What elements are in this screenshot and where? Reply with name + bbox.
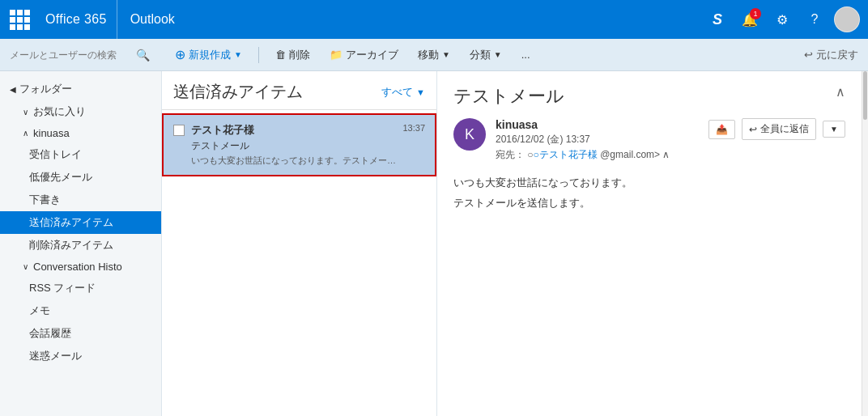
more-button[interactable]: ...	[515, 45, 537, 64]
nav-icon-group: S 🔔 1 ⚙ ?	[703, 5, 862, 34]
email-detail-panel: テストメール ∧ K kinuasa 2016/12/02 (金) 13:37 …	[437, 71, 862, 416]
search-icon: 🔍	[136, 49, 150, 62]
scrollbar[interactable]	[862, 71, 868, 416]
undo-button[interactable]: ↩ 元に戻す	[804, 48, 858, 62]
question-icon: ?	[811, 12, 819, 27]
notifications-button[interactable]: 🔔 1	[735, 5, 764, 34]
search-input[interactable]	[10, 49, 131, 61]
archive-button[interactable]: 📁 アーカイブ	[323, 45, 405, 66]
sidebar-item-memo[interactable]: メモ	[0, 299, 161, 322]
search-toolbar-bar: 🔍 ⊕ 新規作成 ▼ 🗑 削除 📁 アーカイブ 移動 ▼ 分類 ▼ ...	[0, 39, 868, 71]
main-layout: ◀ フォルダー ∨ お気に入り ∧ kinuasa 受信トレイ 低優先メール 下…	[0, 71, 868, 416]
reply-all-icon: ↩	[749, 124, 757, 135]
deleted-label: 削除済みアイテム	[29, 238, 113, 253]
favorites-arrow-icon: ∨	[23, 108, 28, 117]
sidebar-item-inbox[interactable]: 受信トレイ	[0, 143, 161, 166]
sender-avatar: K	[453, 118, 486, 151]
low-priority-label: 低優先メール	[29, 170, 92, 185]
skype-icon-button[interactable]: S	[703, 5, 732, 34]
email-content: テスト花子様 テストメール いつも大変お世話になっております。テストメールを送信…	[191, 123, 396, 167]
help-button[interactable]: ?	[800, 5, 829, 34]
kinuasa-label: kinuasa	[33, 127, 70, 139]
email-preview: いつも大変お世話になっております。テストメールを送信します。	[191, 155, 396, 167]
inbox-label: 受信トレイ	[29, 147, 82, 162]
email-item[interactable]: テスト花子様 テストメール いつも大変お世話になっております。テストメールを送信…	[162, 113, 436, 176]
conv-history-arrow-icon: ∨	[23, 262, 28, 271]
archive-icon: 📁	[330, 49, 343, 61]
email-checkbox[interactable]	[173, 125, 185, 136]
email-list-filter-button[interactable]: すべて ▼	[381, 85, 425, 100]
collapse-button[interactable]: ∧	[836, 84, 845, 100]
to-label: 宛先：	[496, 149, 525, 160]
to-expand-icon[interactable]: ∧	[662, 149, 670, 160]
detail-meta: K kinuasa 2016/12/02 (金) 13:37 宛先： ○○テスト…	[453, 118, 845, 162]
body-line-1: いつも大変お世話になっております。	[453, 175, 845, 192]
sidebar-folder-section[interactable]: ◀ フォルダー	[0, 78, 161, 100]
new-item-button[interactable]: ⊕ 新規作成 ▼	[168, 44, 249, 66]
waffle-menu-button[interactable]	[6, 6, 32, 32]
sidebar-item-kinuasa[interactable]: ∧ kinuasa	[0, 123, 161, 143]
drafts-label: 下書き	[29, 193, 61, 207]
sidebar-item-low-priority[interactable]: 低優先メール	[0, 166, 161, 189]
forward-button[interactable]: 📤	[708, 120, 735, 139]
meta-actions: 📤 ↩ 全員に返信 ▼	[708, 118, 845, 140]
meta-sender-name: kinuasa	[496, 118, 699, 131]
sidebar-item-junk[interactable]: 迷惑メール	[0, 345, 161, 367]
reply-dropdown-icon: ▼	[830, 125, 838, 134]
email-list-panel: 送信済みアイテム すべて ▼ テスト花子様 テストメール いつも大変お世話になっ…	[162, 71, 437, 416]
to-circle: ○	[527, 149, 533, 160]
office365-title: Office 365	[36, 0, 117, 39]
new-item-label: 新規作成	[189, 48, 231, 62]
sidebar-item-drafts[interactable]: 下書き	[0, 189, 161, 211]
favorites-label: お気に入り	[33, 104, 86, 119]
memo-label: メモ	[29, 304, 50, 318]
filter-dropdown-icon: ▼	[416, 87, 425, 97]
settings-button[interactable]: ⚙	[768, 5, 797, 34]
folder-section-label: フォルダー	[19, 82, 72, 96]
sidebar-item-chat-history[interactable]: 会話履歴	[0, 322, 161, 345]
reply-all-button[interactable]: ↩ 全員に返信	[742, 118, 816, 140]
email-list-title: 送信済みアイテム	[173, 81, 303, 103]
delete-label: 削除	[289, 48, 310, 62]
delete-button[interactable]: 🗑 削除	[269, 45, 317, 66]
top-nav-bar: Office 365 Outlook S 🔔 1 ⚙ ?	[0, 0, 868, 39]
sidebar-item-rss[interactable]: RSS フィード	[0, 277, 161, 299]
categorize-dropdown-icon: ▼	[494, 50, 502, 59]
junk-label: 迷惑メール	[29, 349, 82, 363]
meta-date: 2016/12/02 (金) 13:37	[496, 133, 699, 146]
to-email: @gmail.com>	[600, 149, 660, 160]
gear-icon: ⚙	[777, 12, 788, 28]
meta-to: 宛先： ○○テスト花子様 @gmail.com> ∧	[496, 148, 699, 162]
avatar	[834, 6, 860, 32]
detail-header: テストメール ∧	[453, 84, 845, 108]
toolbar-separator-1	[258, 47, 259, 63]
detail-subject-title: テストメール	[453, 84, 564, 108]
scrollbar-thumb[interactable]	[863, 71, 867, 120]
trash-icon: 🗑	[275, 49, 286, 61]
email-list-header: 送信済みアイテム すべて ▼	[162, 71, 436, 110]
undo-icon: ↩	[804, 49, 813, 61]
search-button[interactable]: 🔍	[131, 44, 154, 66]
reply-all-label: 全員に返信	[760, 122, 809, 136]
email-sender: テスト花子様	[191, 123, 396, 138]
move-dropdown-icon: ▼	[442, 50, 450, 59]
sidebar-item-conversation-history[interactable]: ∨ Conversation Histo	[0, 257, 161, 277]
search-input-wrap: 🔍	[10, 44, 155, 66]
email-subject: テストメール	[191, 139, 396, 153]
archive-label: アーカイブ	[346, 48, 398, 62]
user-avatar-button[interactable]	[832, 5, 862, 34]
email-list-body: テスト花子様 テストメール いつも大変お世話になっております。テストメールを送信…	[162, 110, 436, 416]
outlook-app-name: Outlook	[117, 0, 188, 39]
sidebar-item-favorites[interactable]: ∨ お気に入り	[0, 100, 161, 123]
sidebar-item-deleted[interactable]: 削除済みアイテム	[0, 234, 161, 257]
filter-label: すべて	[381, 85, 413, 100]
sidebar-item-sent[interactable]: 送信済みアイテム	[0, 211, 161, 234]
categorize-button[interactable]: 分類 ▼	[463, 45, 508, 66]
chat-history-label: 会話履歴	[29, 326, 71, 341]
move-label: 移動	[418, 48, 439, 62]
reply-dropdown-button[interactable]: ▼	[823, 121, 845, 138]
to-name-link[interactable]: ○テスト花子様	[534, 149, 598, 160]
move-button[interactable]: 移動 ▼	[411, 45, 457, 66]
kinuasa-arrow-icon: ∧	[23, 129, 28, 138]
email-time: 13:37	[402, 123, 425, 133]
